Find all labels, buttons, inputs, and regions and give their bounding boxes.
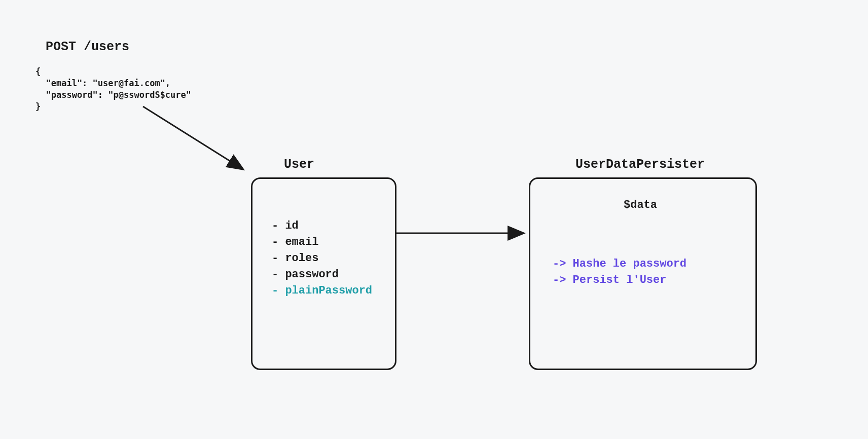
user-field: - id (272, 218, 372, 234)
persister-box-title: UserDataPersister (575, 157, 705, 172)
persister-actions-list: -> Hashe le password-> Persist l'User (553, 256, 686, 288)
persister-action: -> Hashe le password (553, 256, 686, 272)
arrow-request-to-user (143, 106, 242, 169)
persister-action: -> Persist l'User (553, 272, 686, 288)
user-field: - password (272, 267, 372, 283)
user-box-title: User (284, 157, 314, 172)
request-body-json: { "email": "user@fai.com", "password": "… (35, 66, 191, 113)
user-field: - roles (272, 250, 372, 267)
user-fields-list: - id- email- roles- password- plainPassw… (272, 218, 372, 299)
diagram-canvas: POST /users { "email": "user@fai.com", "… (0, 0, 868, 439)
user-field: - plainPassword (272, 283, 372, 299)
user-field: - email (272, 234, 372, 250)
request-title: POST /users (46, 40, 129, 54)
persister-data-var: $data (624, 199, 657, 211)
